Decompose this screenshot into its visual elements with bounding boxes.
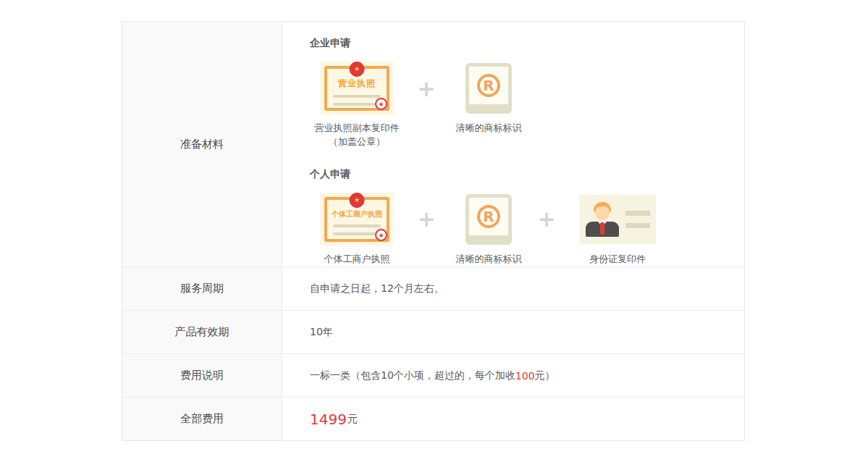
validity-value: 10年	[282, 311, 744, 353]
idcard-item: 身份证复印件	[565, 193, 670, 267]
total-label: 全部费用	[122, 398, 282, 440]
plus-icon: +	[404, 193, 449, 246]
business-license-caption-line2: （加盖公章）	[315, 135, 400, 149]
total-amount: 1499	[310, 411, 347, 428]
red-stamp-icon: ★	[375, 229, 387, 241]
business-license-item: ★ 营业执照 ★ 营业执照副本复印件 （加盖公章）	[310, 62, 404, 149]
red-stamp-icon: ★	[375, 98, 387, 110]
validity-label: 产品有效期	[122, 311, 282, 353]
trademark-icon: R	[465, 63, 512, 114]
business-license-icon: ★ 营业执照 ★	[320, 62, 394, 115]
plus-icon: +	[404, 62, 449, 115]
individual-license-icon: ★ 个体工商户执照 ★	[320, 193, 394, 246]
trademark-caption: 清晰的商标标识	[456, 253, 522, 267]
registered-mark-icon: R	[477, 205, 500, 228]
individual-license-caption: 个体工商户执照	[324, 253, 390, 267]
materials-row: 准备材料 企业申请 ★ 营业执照 ★	[122, 22, 744, 267]
service-period-label: 服务周期	[122, 267, 282, 310]
trademark-caption: 清晰的商标标识	[456, 122, 522, 135]
personal-application-heading: 个人申请	[310, 168, 744, 181]
total-unit: 元	[347, 413, 358, 426]
materials-content: 企业申请 ★ 营业执照 ★	[282, 22, 744, 267]
idcard-caption: 身份证复印件	[589, 253, 646, 267]
individual-license-item: ★ 个体工商户执照 ★ 个体工商户执照	[310, 193, 404, 267]
personal-items-row: ★ 个体工商户执照 ★ 个体工商户执照 +	[310, 193, 744, 267]
license-title-text: 营业执照	[327, 77, 387, 90]
registered-mark-icon: R	[477, 74, 500, 97]
total-value: 1499元	[282, 398, 744, 440]
fee-text-prefix: 一标一类（包含10个小项，超过的，每个加收	[310, 369, 515, 382]
enterprise-items-row: ★ 营业执照 ★ 营业执照副本复印件 （加盖公章）	[310, 62, 744, 149]
idcard-icon	[579, 195, 656, 244]
service-period-row: 服务周期 自申请之日起，12个月左右。	[122, 267, 744, 310]
product-spec-table: 准备材料 企业申请 ★ 营业执照 ★	[122, 21, 745, 441]
national-emblem-icon: ★	[350, 62, 365, 77]
total-row: 全部费用 1499元	[122, 397, 744, 440]
fee-text-suffix: 元）	[535, 369, 555, 382]
license-title-text: 个体工商户执照	[327, 209, 387, 219]
trademark-icon: R	[465, 194, 512, 245]
trademark-logo-item: R 清晰的商标标识	[449, 193, 528, 267]
fee-row: 费用说明 一标一类（包含10个小项，超过的，每个加收100元）	[122, 353, 744, 397]
person-avatar	[586, 202, 619, 237]
plus-icon: +	[528, 193, 565, 246]
business-license-caption-line1: 营业执照副本复印件	[315, 122, 400, 135]
validity-row: 产品有效期 10年	[122, 310, 744, 353]
fee-value: 一标一类（包含10个小项，超过的，每个加收100元）	[282, 354, 744, 397]
service-period-value: 自申请之日起，12个月左右。	[282, 267, 744, 310]
fee-highlight-amount: 100	[515, 370, 535, 382]
trademark-logo-item: R 清晰的商标标识	[449, 62, 528, 135]
fee-label: 费用说明	[122, 354, 282, 397]
national-emblem-icon: ★	[350, 193, 365, 208]
materials-row-label: 准备材料	[122, 22, 282, 267]
enterprise-application-heading: 企业申请	[310, 37, 744, 50]
